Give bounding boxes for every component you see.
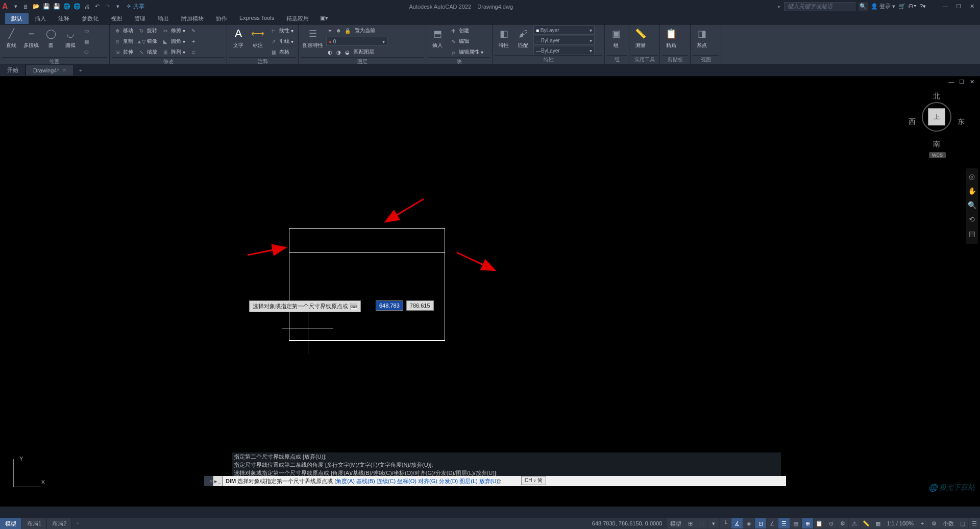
- base-button[interactable]: ◨基点: [693, 26, 711, 50]
- vp-minimize-icon[interactable]: —: [947, 79, 955, 85]
- stretch-button[interactable]: ⇲拉伸: [112, 47, 135, 57]
- saveas-icon[interactable]: 💾: [52, 2, 61, 11]
- measure-button[interactable]: 📏测量: [631, 26, 650, 50]
- tab-parametric[interactable]: 参数化: [76, 13, 105, 24]
- zoom-icon[interactable]: 🔍: [967, 201, 977, 211]
- drawing-canvas[interactable]: — ☐ ✕ 北 南 东 西 上 WCS ◎ ✋ 🔍 ⟲ ▤ 选择对象或指定第一个…: [0, 77, 980, 507]
- help-icon[interactable]: ?▾: [920, 3, 926, 10]
- otrack-toggle[interactable]: ∠: [767, 518, 778, 528]
- ws-switch[interactable]: ⚙: [837, 518, 848, 528]
- snap-toggle[interactable]: ∷: [696, 518, 707, 528]
- plot-icon[interactable]: 🖨: [83, 2, 92, 11]
- add-tab-button[interactable]: +: [74, 65, 87, 75]
- tab-start[interactable]: 开始: [0, 64, 26, 76]
- tpy-toggle[interactable]: ▤: [790, 518, 801, 528]
- viewcube-west[interactable]: 西: [909, 117, 916, 127]
- arc-button[interactable]: ◡圆弧: [61, 26, 80, 50]
- dim-button[interactable]: ⟷标注: [249, 26, 267, 50]
- table-button[interactable]: ▦表格: [268, 47, 295, 57]
- open-icon[interactable]: 📂: [32, 2, 41, 11]
- paste-button[interactable]: 📋粘贴: [662, 26, 680, 50]
- layer-i3[interactable]: 🔒: [343, 26, 352, 36]
- annomon-toggle[interactable]: ⚠: [849, 518, 860, 528]
- move-button[interactable]: ✥移动: [112, 26, 135, 36]
- viewcube[interactable]: 北 南 东 西 上 WCS: [909, 92, 965, 158]
- tab-insert[interactable]: 插入: [29, 13, 52, 24]
- create-button[interactable]: ✚创建: [448, 26, 485, 36]
- qat-more-icon[interactable]: ▾: [113, 2, 122, 11]
- viewcube-south[interactable]: 南: [933, 140, 940, 149]
- ortho-toggle[interactable]: └: [720, 518, 731, 528]
- tab-model[interactable]: 模型: [0, 518, 22, 529]
- layerprops-button[interactable]: ☰图层特性: [301, 26, 325, 50]
- status-scale[interactable]: 1:1 / 100%: [884, 518, 917, 528]
- saveweb-icon[interactable]: 🌐: [72, 2, 82, 11]
- cart-icon[interactable]: 🛒: [898, 3, 905, 10]
- zoom-toggle[interactable]: +: [917, 518, 928, 528]
- menu-dropdown-icon[interactable]: ▾: [11, 2, 20, 11]
- lwt-toggle[interactable]: ☰: [778, 518, 790, 528]
- cleanscr-toggle[interactable]: ▢: [957, 518, 968, 528]
- search-icon[interactable]: 🔍: [859, 2, 868, 11]
- dynamic-input-coords[interactable]: 648.783 786.615: [376, 300, 434, 311]
- polyline-button[interactable]: ⎓多段线: [21, 26, 41, 50]
- explode-button[interactable]: ✦: [188, 36, 199, 46]
- polar-toggle[interactable]: ∡: [731, 518, 743, 528]
- text-button[interactable]: A文字: [229, 26, 248, 50]
- vp-close-icon[interactable]: ✕: [968, 79, 976, 85]
- hatch-button[interactable]: ▦: [81, 36, 92, 46]
- tab-layout2[interactable]: 布局2: [47, 518, 72, 529]
- tab-layout1[interactable]: 布局1: [22, 518, 47, 529]
- save-icon[interactable]: 💾: [42, 2, 51, 11]
- tab-collab[interactable]: 协作: [210, 13, 233, 24]
- lt-combo[interactable]: — ByLayer: [533, 46, 595, 55]
- fillet-button[interactable]: ◣圆角▾: [160, 36, 187, 46]
- search-input[interactable]: 键入关键字或短语: [784, 2, 855, 11]
- color-combo[interactable]: ■ ByLayer: [533, 26, 595, 35]
- props-button[interactable]: ◧特性: [495, 26, 513, 50]
- dyn-x[interactable]: 648.783: [376, 300, 403, 311]
- layer-combo[interactable]: ● 0: [326, 37, 387, 46]
- qv-toggle[interactable]: ▦: [872, 518, 884, 528]
- openweb-icon[interactable]: 🌐: [62, 2, 71, 11]
- infer-toggle[interactable]: ▾: [708, 518, 719, 528]
- command-line[interactable]: ⋮× ▸_ DIM 选择对象或指定第一个尺寸界线原点或 [角度(A) 基线(B)…: [204, 476, 786, 486]
- osnap-toggle[interactable]: ⊡: [755, 518, 766, 528]
- trim-button[interactable]: ✂修剪▾: [160, 26, 187, 36]
- lw-combo[interactable]: — ByLayer: [533, 36, 595, 45]
- cmdline-handle-icon[interactable]: ⋮×: [204, 476, 213, 486]
- cmdline-chevron-icon[interactable]: ▸_: [213, 476, 223, 486]
- tab-addins[interactable]: 附加模块: [175, 13, 210, 24]
- grid-toggle[interactable]: ⊞: [684, 518, 696, 528]
- tab-express[interactable]: Express Tools: [233, 13, 280, 24]
- viewcube-north[interactable]: 北: [933, 92, 940, 101]
- layer-match[interactable]: 匹配图层: [352, 47, 376, 57]
- leader-button[interactable]: ↗引线▾: [268, 36, 295, 46]
- qp-toggle[interactable]: 📋: [814, 518, 825, 528]
- layer-i1[interactable]: ☀: [326, 26, 334, 36]
- tab-annotate[interactable]: 注释: [52, 13, 76, 24]
- ellipse-button[interactable]: ⬭: [81, 47, 92, 57]
- maximize-button[interactable]: ☐: [952, 3, 965, 10]
- vp-maximize-icon[interactable]: ☐: [958, 79, 966, 85]
- share-button[interactable]: ✈ 共享: [127, 3, 144, 10]
- wheel-icon[interactable]: ◎: [967, 172, 977, 183]
- units-toggle[interactable]: 📏: [861, 518, 872, 528]
- layer-i4[interactable]: ◐: [326, 47, 334, 57]
- insert-button[interactable]: ⬒插入: [428, 26, 447, 50]
- copy-button[interactable]: ⎘复制: [112, 36, 135, 46]
- dyn-y[interactable]: 786.615: [406, 300, 434, 311]
- circle-button[interactable]: ◯圆: [42, 26, 60, 50]
- tab-view[interactable]: 视图: [105, 13, 128, 24]
- gear-icon[interactable]: ⚙: [928, 518, 940, 528]
- close-icon[interactable]: ✕: [62, 67, 66, 73]
- erase-button[interactable]: ✎: [188, 26, 199, 36]
- pan-icon[interactable]: ✋: [967, 187, 977, 197]
- viewcube-top[interactable]: 上: [928, 108, 945, 125]
- tab-output[interactable]: 输出: [152, 13, 175, 24]
- close-button[interactable]: ✕: [966, 3, 978, 10]
- group-button[interactable]: ▣组: [607, 26, 625, 50]
- line-button[interactable]: ╱直线: [2, 26, 20, 50]
- ime-indicator[interactable]: CH ♪ 简: [521, 476, 546, 485]
- viewcube-east[interactable]: 东: [958, 117, 965, 127]
